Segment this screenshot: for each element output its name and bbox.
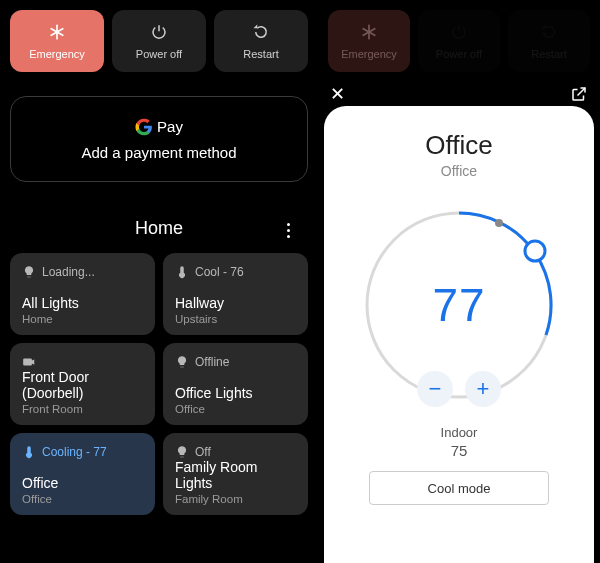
device-status-row: Loading... [22,265,143,279]
device-subtitle: Upstairs [175,313,296,325]
device-subtitle: Home [22,313,143,325]
mode-button[interactable]: Cool mode [369,471,549,505]
bulb-icon [175,445,189,459]
device-tile[interactable]: Cooling - 77OfficeOffice [10,433,155,515]
thermo-icon [22,445,36,459]
power-icon [449,22,469,42]
device-name: Office Lights [175,386,296,401]
power-off-button[interactable]: Power off [112,10,206,72]
thermo-subtitle: Office [441,163,477,179]
pay-brand-label: Pay [157,118,183,135]
google-pay-logo: Pay [135,118,183,136]
thermostat-detail-screen: Emergency Power off Restart ✕ Offi [318,0,600,563]
device-status: Offline [195,355,229,369]
device-subtitle: Front Room [22,403,143,415]
camera-icon [22,355,36,369]
device-grid: Loading...All LightsHomeCool - 76Hallway… [0,253,318,515]
mode-label: Cool mode [428,481,491,496]
indoor-value: 75 [451,442,468,459]
device-subtitle: Office [175,403,296,415]
device-status: Cooling - 77 [42,445,107,459]
device-status-row [22,355,143,369]
restart-button[interactable]: Restart [214,10,308,72]
thermostat-sheet: Office Office 77 − + Indoor 75 Cool mode [324,106,594,563]
device-tile[interactable]: OffFamily Room LightsFamily Room [163,433,308,515]
google-pay-card[interactable]: Pay Add a payment method [10,96,308,182]
device-name: Family Room Lights [175,460,296,491]
device-tile[interactable]: Loading...All LightsHome [10,253,155,335]
device-status-row: Off [175,445,296,459]
asterisk-icon [359,22,379,42]
increase-button[interactable]: + [465,371,501,407]
restart-label: Restart [243,48,278,60]
power-icon [149,22,169,42]
emergency-button[interactable]: Emergency [10,10,104,72]
asterisk-icon [47,22,67,42]
emergency-label: Emergency [29,48,85,60]
home-header: Home [0,218,318,239]
bulb-icon [175,355,189,369]
power-off-label: Power off [136,48,182,60]
device-tile[interactable]: OfflineOffice LightsOffice [163,343,308,425]
device-name: Hallway [175,296,296,311]
indoor-label: Indoor [441,425,478,440]
device-name: All Lights [22,296,143,311]
thermo-icon [175,265,189,279]
device-status-row: Offline [175,355,296,369]
device-status-row: Cool - 76 [175,265,296,279]
device-subtitle: Family Room [175,493,296,505]
more-menu-button[interactable] [278,220,298,240]
power-row: Emergency Power off Restart [0,0,318,78]
device-tile[interactable]: Cool - 76HallwayUpstairs [163,253,308,335]
restart-icon [251,22,271,42]
power-row-ghost: Emergency Power off Restart [318,0,600,78]
device-subtitle: Office [22,493,143,505]
decrease-button[interactable]: − [417,371,453,407]
device-status: Cool - 76 [195,265,244,279]
emergency-button-ghost: Emergency [328,10,410,72]
power-off-button-ghost: Power off [418,10,500,72]
device-name: Office [22,476,143,491]
sheet-overlay-bar: ✕ [318,82,600,106]
restart-button-ghost: Restart [508,10,590,72]
device-status: Off [195,445,211,459]
home-control-screen: Emergency Power off Restart Pay [0,0,318,563]
google-g-icon [135,118,153,136]
bulb-icon [22,265,36,279]
home-title: Home [135,218,183,239]
device-tile[interactable]: Front Door (Doorbell)Front Room [10,343,155,425]
device-status: Loading... [42,265,95,279]
close-icon[interactable]: ✕ [330,83,345,105]
adjust-row: − + [349,371,569,407]
device-status-row: Cooling - 77 [22,445,143,459]
thermostat-dial[interactable]: 77 − + [349,195,569,415]
pay-prompt: Add a payment method [81,144,236,161]
restart-icon [539,22,559,42]
thermo-title: Office [425,130,492,161]
open-external-icon[interactable] [570,85,588,103]
device-name: Front Door (Doorbell) [22,370,143,401]
